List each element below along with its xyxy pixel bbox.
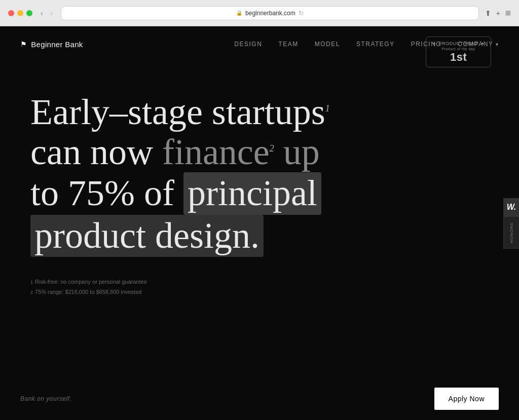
- website: ⚑ Beginner Bank DESIGN TEAM MODEL STRATE…: [0, 26, 519, 420]
- hero-section: Early–stage startups1 can now finance2 u…: [0, 62, 519, 420]
- headline-finance: finance: [162, 132, 270, 172]
- product-hunt-badge: ❧ PRODUCT HUNT ❧ Product of the day 1st: [426, 36, 491, 67]
- ph-label: PRODUCT HUNT: [439, 41, 478, 46]
- headline-text-3: to 75% of: [30, 173, 183, 213]
- headline-product-design: product design.: [30, 215, 264, 257]
- browser-chrome: ‹ › 🔒 beginnerbank.com ↻ ⬆ + ⊞: [0, 0, 519, 26]
- logo-text: Beginner Bank: [31, 40, 83, 49]
- browser-actions: ⬆ + ⊞: [485, 9, 511, 17]
- reload-icon[interactable]: ↻: [299, 10, 304, 17]
- new-tab-icon[interactable]: +: [496, 9, 500, 17]
- footnote-1: 1 Risk-free: no company or personal guar…: [30, 277, 489, 287]
- fn1-superscript: 1: [30, 278, 33, 286]
- side-widget[interactable]: W. Honors: [503, 198, 519, 249]
- side-widget-honors: Honors: [503, 216, 519, 249]
- tabs-icon[interactable]: ⊞: [505, 9, 511, 17]
- nav-item-team[interactable]: TEAM: [278, 41, 298, 48]
- lock-icon: 🔒: [236, 10, 242, 16]
- bottom-bar: Bank on yourself. Apply Now: [0, 377, 519, 420]
- ph-rank: 1st: [450, 52, 467, 63]
- logo-icon: ⚑: [20, 40, 27, 48]
- ph-subtitle: Product of the day: [442, 47, 475, 51]
- nav-item-strategy[interactable]: STRATEGY: [356, 41, 395, 48]
- wreath-left: ❧: [432, 41, 437, 46]
- logo[interactable]: ⚑ Beginner Bank: [20, 40, 83, 49]
- footnote-ref-2: 2: [270, 143, 274, 154]
- headline-up: up: [274, 132, 320, 172]
- fn1-text: Risk-free: no company or personal guaran…: [35, 277, 147, 287]
- nav-item-design[interactable]: DESIGN: [234, 41, 262, 48]
- forward-button[interactable]: ›: [48, 8, 55, 18]
- headline-line4: product design.: [30, 215, 385, 257]
- side-widget-w-letter: W.: [503, 198, 519, 216]
- close-button[interactable]: [8, 10, 14, 16]
- headline-text-2: can now: [30, 132, 162, 172]
- headline-principal: principal: [183, 172, 321, 214]
- fn2-text: 75% range: $216,000 to $658,800 invested: [35, 287, 141, 297]
- nav-item-model[interactable]: MODEL: [315, 41, 340, 48]
- footnotes: 1 Risk-free: no company or personal guar…: [30, 277, 489, 297]
- address-bar[interactable]: 🔒 beginnerbank.com ↻: [61, 6, 479, 20]
- back-button[interactable]: ‹: [39, 8, 45, 18]
- footnote-ref-1: 1: [325, 103, 330, 113]
- headline-line2: can now finance2 up: [30, 132, 385, 172]
- tagline: Bank on yourself.: [20, 395, 71, 402]
- headline-line1: Early–stage startups1: [30, 92, 385, 132]
- headline-text-1: Early–stage startups: [30, 92, 325, 132]
- minimize-button[interactable]: [17, 10, 23, 16]
- chevron-down-icon: ▾: [496, 42, 499, 47]
- footnote-2: 2 75% range: $216,000 to $658,800 invest…: [30, 287, 489, 297]
- fn2-superscript: 2: [30, 288, 33, 296]
- share-icon[interactable]: ⬆: [485, 9, 491, 17]
- browser-nav-controls: ‹ ›: [39, 8, 55, 18]
- apply-now-button[interactable]: Apply Now: [434, 388, 499, 410]
- hero-headline: Early–stage startups1 can now finance2 u…: [30, 92, 385, 257]
- wreath-right: ❧: [480, 41, 485, 46]
- maximize-button[interactable]: [26, 10, 32, 16]
- headline-line3: to 75% of principal: [30, 172, 385, 214]
- url-text: beginnerbank.com: [245, 10, 295, 17]
- ph-wreath: ❧ PRODUCT HUNT ❧: [432, 41, 485, 46]
- traffic-lights: [8, 10, 32, 16]
